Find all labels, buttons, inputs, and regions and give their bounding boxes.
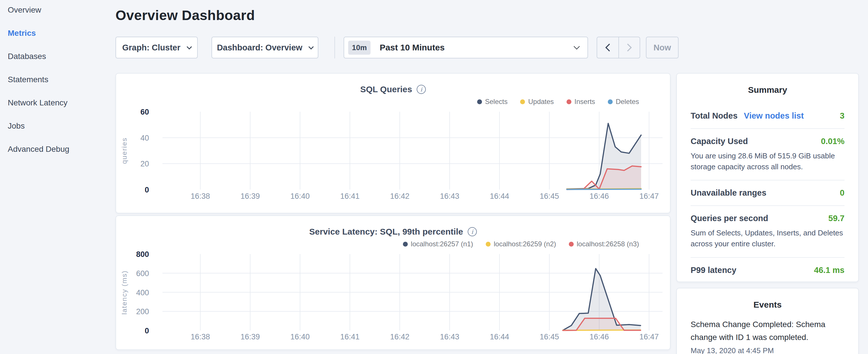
graph-dropdown[interactable]: Graph: Cluster	[116, 37, 198, 58]
info-icon[interactable]: i	[417, 85, 426, 94]
legend-label: Deletes	[616, 98, 639, 106]
legend-item-updates[interactable]: Updates	[520, 98, 554, 106]
legend-item-localhost-26258-n3[interactable]: localhost:26258 (n3)	[569, 240, 639, 248]
x-tick-label: 16:46	[589, 332, 609, 341]
chevron-down-icon	[574, 43, 580, 49]
legend-label: localhost:26258 (n3)	[577, 240, 639, 248]
summary-item-value: 59.7	[829, 214, 844, 223]
sidebar-item-overview[interactable]: Overview	[8, 6, 69, 14]
chart-legend: localhost:26257 (n1)localhost:26259 (n2)…	[403, 240, 639, 248]
x-tick-label: 16:39	[241, 332, 260, 341]
chevron-down-icon	[308, 44, 313, 49]
sql-queries-chart-card: SQL Queries i SelectsUpdatesInsertsDelet…	[116, 73, 671, 213]
x-tick-label: 16:45	[539, 332, 559, 341]
now-button[interactable]: Now	[646, 37, 679, 58]
controls-bar: Graph: Cluster Dashboard: Overview 10m P…	[116, 37, 679, 58]
y-tick-label: 600	[136, 269, 149, 278]
x-tick-label: 16:46	[589, 192, 609, 200]
x-tick-label: 16:40	[290, 192, 310, 200]
summary-item-unavailable-ranges: Unavailable ranges0	[691, 181, 844, 206]
summary-item-description: Sum of Selects, Updates, Inserts, and De…	[691, 228, 844, 249]
x-tick-label: 16:39	[241, 192, 260, 200]
x-tick-label: 16:38	[191, 192, 210, 200]
y-tick-label: 0	[145, 186, 149, 194]
y-tick-label: 40	[141, 134, 149, 142]
x-tick-label: 16:40	[290, 332, 310, 341]
y-axis-label: latency (ms)	[122, 270, 128, 315]
legend-dot-icon	[520, 99, 525, 104]
summary-item-value: 0.01%	[821, 137, 844, 146]
summary-title: Summary	[691, 85, 844, 95]
legend-item-localhost-26257-n1[interactable]: localhost:26257 (n1)	[403, 240, 473, 248]
time-range-label: Past 10 Minutes	[380, 43, 575, 53]
summary-item-value: 46.1 ms	[814, 265, 844, 275]
summary-item-label: Total Nodes	[691, 111, 738, 121]
dashboard-dropdown[interactable]: Dashboard: Overview	[212, 37, 318, 58]
event-item: Schema Change Completed: Schema change w…	[691, 318, 844, 354]
summary-item-label: Capacity Used	[691, 137, 748, 146]
legend-item-selects[interactable]: Selects	[477, 98, 508, 106]
sidebar-item-databases[interactable]: Databases	[8, 52, 69, 60]
x-tick-label: 16:38	[191, 332, 210, 341]
sidebar-item-metrics[interactable]: Metrics	[8, 29, 69, 37]
legend-label: Selects	[485, 98, 508, 106]
summary-item-queries-per-second: Queries per second59.7Sum of Selects, Up…	[691, 206, 844, 257]
x-tick-label: 16:44	[490, 192, 509, 200]
service-latency-chart-card: Service Latency: SQL, 99th percentile i …	[116, 215, 671, 350]
x-tick-label: 16:44	[490, 332, 509, 341]
summary-item-value: 0	[840, 188, 844, 198]
sidebar-item-network-latency[interactable]: Network Latency	[8, 99, 69, 107]
y-tick-label: 400	[136, 288, 149, 297]
legend-item-deletes[interactable]: Deletes	[608, 98, 639, 106]
legend-label: Updates	[528, 98, 554, 106]
summary-item-label: Unavailable ranges	[691, 188, 766, 198]
x-tick-label: 16:42	[390, 192, 409, 200]
chart-legend: SelectsUpdatesInsertsDeletes	[477, 98, 639, 106]
event-message: Schema Change Completed: Schema change w…	[691, 318, 844, 344]
summary-item-head: Total NodesView nodes list3	[691, 111, 844, 121]
prev-time-button[interactable]	[597, 37, 618, 58]
time-step-button-group	[597, 37, 640, 58]
chart-title: SQL Queries	[360, 85, 412, 94]
legend-dot-icon	[486, 242, 491, 247]
summary-item-description: You are using 28.6 MiB of 515.9 GiB usab…	[691, 151, 844, 172]
y-tick-label: 800	[136, 250, 149, 259]
x-tick-label: 16:41	[340, 192, 360, 200]
summary-item-label: Queries per second	[691, 214, 768, 223]
y-tick-label: 200	[136, 307, 149, 316]
time-range-dropdown[interactable]: 10m Past 10 Minutes	[344, 37, 588, 58]
x-tick-label: 16:47	[639, 192, 659, 200]
summary-item-p99-latency: P99 latency46.1 ms	[691, 258, 844, 283]
page-title: Overview Dashboard	[116, 7, 255, 23]
legend-dot-icon	[569, 242, 574, 247]
chart-title: Service Latency: SQL, 99th percentile	[309, 227, 463, 236]
sidebar-item-advanced-debug[interactable]: Advanced Debug	[8, 145, 69, 153]
summary-item-total-nodes: Total NodesView nodes list3	[691, 103, 844, 129]
service-latency-chart[interactable]: 020040060080016:3816:3916:4016:4116:4216…	[122, 249, 666, 349]
y-tick-label: 0	[145, 326, 149, 335]
chevron-left-icon	[605, 43, 613, 52]
summary-panel: Summary Total NodesView nodes list3Capac…	[676, 73, 859, 282]
events-list: Schema Change Completed: Schema change w…	[691, 318, 844, 354]
sql-queries-chart[interactable]: 020406016:3816:3916:4016:4116:4216:4316:…	[122, 106, 666, 213]
sidebar-item-statements[interactable]: Statements	[8, 75, 69, 84]
graph-dropdown-label: Graph: Cluster	[122, 43, 180, 53]
series-line-deletes	[567, 189, 641, 190]
legend-label: Inserts	[575, 98, 595, 106]
legend-item-inserts[interactable]: Inserts	[566, 98, 595, 106]
view-nodes-list-link[interactable]: View nodes list	[744, 111, 804, 121]
sidebar-item-jobs[interactable]: Jobs	[8, 122, 69, 130]
info-icon[interactable]: i	[468, 227, 477, 236]
x-tick-label: 16:43	[440, 332, 459, 341]
chart-title-row: Service Latency: SQL, 99th percentile i	[116, 227, 670, 236]
summary-item-capacity-used: Capacity Used0.01%You are using 28.6 MiB…	[691, 129, 844, 181]
cockroachdb-admin-ui: OverviewMetricsDatabasesStatementsNetwor…	[0, 0, 868, 354]
legend-dot-icon	[477, 99, 482, 104]
summary-items: Total NodesView nodes list3Capacity Used…	[691, 103, 844, 283]
chevron-down-icon	[187, 44, 192, 49]
next-time-button[interactable]	[618, 37, 640, 58]
legend-item-localhost-26259-n2[interactable]: localhost:26259 (n2)	[486, 240, 556, 248]
legend-label: localhost:26259 (n2)	[494, 240, 556, 248]
x-tick-label: 16:47	[639, 332, 659, 341]
x-tick-label: 16:45	[539, 192, 559, 200]
